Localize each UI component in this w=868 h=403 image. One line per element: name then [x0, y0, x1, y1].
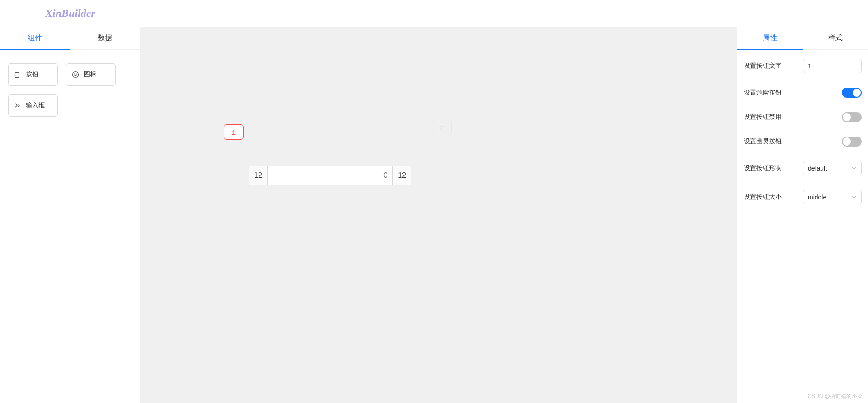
prop-row-disabled: 设置按钮禁用	[744, 112, 862, 122]
component-card-icon[interactable]: 图标	[66, 63, 116, 86]
component-card-input[interactable]: 输入框	[8, 94, 58, 117]
ghost-switch[interactable]	[842, 137, 862, 147]
svg-point-2	[74, 74, 75, 75]
svg-point-1	[73, 72, 79, 78]
canvas-input-group[interactable]: 12 12	[249, 166, 411, 185]
input-addon-before: 12	[249, 166, 268, 185]
app-logo: XinBuilder	[45, 7, 95, 19]
svg-rect-0	[15, 73, 19, 78]
prop-label: 设置按钮大小	[744, 193, 782, 201]
prop-row-size: 设置按钮大小 middle	[744, 190, 862, 204]
property-list: 设置按钮文字 设置危险按钮 设置按钮禁用 设置幽灵按钮	[737, 50, 868, 228]
size-select-value: middle	[808, 194, 826, 201]
svg-point-3	[76, 74, 77, 75]
component-label: 图标	[84, 71, 96, 79]
prop-row-ghost: 设置幽灵按钮	[744, 137, 862, 147]
disabled-switch[interactable]	[842, 112, 862, 122]
prop-label: 设置按钮文字	[744, 62, 782, 70]
prop-label: 设置危险按钮	[744, 89, 782, 97]
canvas-button-2[interactable]: 2	[432, 120, 452, 135]
prop-label: 设置按钮形状	[744, 164, 782, 172]
shape-select[interactable]: default	[803, 161, 862, 175]
component-card-button[interactable]: 按钮	[8, 63, 58, 86]
tab-styles-label: 样式	[828, 34, 843, 42]
tab-data[interactable]: 数据	[70, 27, 140, 49]
canvas-button-1[interactable]: 1	[224, 124, 244, 140]
switch-handle	[853, 89, 861, 97]
chevron-down-icon	[851, 194, 857, 200]
canvas[interactable]: 1 2 12 12	[140, 27, 737, 403]
shape-select-value: default	[808, 165, 827, 172]
prop-label: 设置按钮禁用	[744, 113, 782, 121]
component-label: 按钮	[26, 71, 38, 79]
right-tabs: 属性 样式	[737, 27, 868, 50]
tab-components[interactable]: 组件	[0, 27, 70, 49]
face-icon	[72, 71, 79, 78]
prop-row-danger: 设置危险按钮	[744, 88, 862, 98]
canvas-button-1-label: 1	[232, 128, 236, 136]
app-header: XinBuilder	[0, 0, 868, 27]
tab-styles[interactable]: 样式	[803, 27, 868, 49]
chevrons-icon	[14, 102, 21, 109]
chevron-down-icon	[851, 166, 857, 171]
tab-attributes-label: 属性	[763, 34, 777, 42]
switch-handle	[843, 137, 851, 146]
component-label: 输入框	[26, 101, 45, 109]
component-list: 按钮 图标 输入框	[0, 50, 140, 130]
prop-label: 设置幽灵按钮	[744, 137, 782, 146]
tab-attributes[interactable]: 属性	[737, 27, 803, 49]
input-addon-after: 12	[392, 166, 411, 185]
canvas-input[interactable]	[268, 166, 392, 185]
rect-icon	[14, 71, 21, 78]
button-text-input[interactable]	[803, 59, 862, 73]
tab-components-label: 组件	[28, 34, 42, 42]
danger-switch[interactable]	[842, 88, 862, 98]
right-panel: 属性 样式 设置按钮文字 设置危险按钮 设置按钮禁用	[737, 27, 868, 403]
switch-handle	[843, 113, 851, 121]
prop-row-shape: 设置按钮形状 default	[744, 161, 862, 175]
left-panel: 组件 数据 按钮 图标 输入框	[0, 27, 140, 403]
main-layout: 组件 数据 按钮 图标 输入框	[0, 27, 868, 403]
canvas-button-2-label: 2	[440, 124, 443, 132]
size-select[interactable]: middle	[803, 190, 862, 204]
tab-data-label: 数据	[98, 34, 112, 42]
prop-row-button-text: 设置按钮文字	[744, 59, 862, 73]
left-tabs: 组件 数据	[0, 27, 140, 50]
